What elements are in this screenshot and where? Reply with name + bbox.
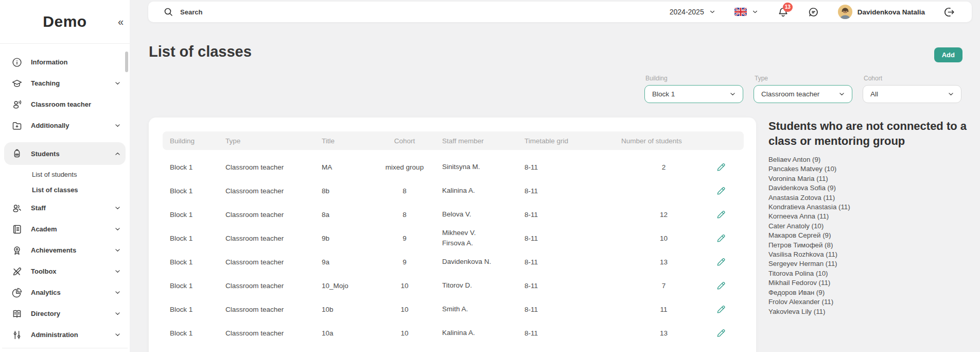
filter-cohort-select[interactable]: All <box>863 85 961 103</box>
unconnected-student: Макаров Сергей (9) <box>768 231 975 240</box>
cell-building: Block 1 <box>170 258 225 266</box>
cell-cohort: 9 <box>367 258 442 266</box>
table-row[interactable]: Block 1Classroom teacher10a10Kalinina A.… <box>170 321 744 345</box>
cell-title: 9a <box>322 258 367 266</box>
analytics-icon <box>11 287 23 298</box>
sidebar-item-additionally[interactable]: Additionally <box>0 115 130 136</box>
sidebar-item-teaching[interactable]: Teaching <box>0 73 130 94</box>
cell-building: Block 1 <box>170 306 225 313</box>
pencil-icon <box>715 186 726 196</box>
unconnected-students-title: Students who are not connected to a clas… <box>768 119 975 148</box>
staff-name: Smith A. <box>442 304 524 314</box>
edit-class-button[interactable] <box>714 256 727 269</box>
sidebar-item-label: Additionally <box>31 122 114 129</box>
cell-title: 10_Mojo <box>322 282 367 290</box>
table-row[interactable]: Block 1Classroom teacherMAmixed groupSin… <box>170 155 744 179</box>
cell-type: Classroom teacher <box>225 258 322 266</box>
selected-value: Block 1 <box>652 90 729 98</box>
chevron-down-icon <box>947 90 955 98</box>
pencil-icon <box>715 162 726 173</box>
unconnected-student: Cater Anatoly (10) <box>768 222 975 231</box>
logout-button[interactable] <box>943 6 955 18</box>
table-row[interactable]: Block 1Classroom teacher10b10Smith A.8-1… <box>170 297 744 321</box>
sidebar-item-administration[interactable]: Administration <box>0 324 130 345</box>
sidebar-item-academ[interactable]: Academ <box>0 219 130 240</box>
sidebar-item-directory[interactable]: Directory <box>0 303 130 324</box>
teaching-icon <box>11 78 23 89</box>
add-button[interactable]: Add <box>934 47 962 62</box>
administration-icon <box>11 329 23 341</box>
unconnected-student: Yakovleva Lily (11) <box>768 307 975 316</box>
chevron-down-icon <box>114 79 121 87</box>
chevron-down-icon <box>114 204 121 212</box>
sidebar-item-staff[interactable]: Staff <box>0 197 130 219</box>
unconnected-student: Titorova Polina (10) <box>768 269 975 278</box>
filter-type-select[interactable]: Classroom teacher <box>754 85 852 103</box>
edit-class-button[interactable] <box>714 232 727 245</box>
sidebar-subitem-list-of-classes[interactable]: List of classes <box>0 182 130 197</box>
cell-title: 10b <box>322 306 367 313</box>
notifications-button[interactable]: 13 <box>777 6 789 18</box>
sidebar-subitem-list-of-students[interactable]: List of students <box>0 166 130 182</box>
user-menu[interactable]: Davidenkova Natalia <box>838 5 925 19</box>
edit-class-button[interactable] <box>714 327 727 340</box>
sidebar: Demo « InformationTeachingClassroom teac… <box>0 0 130 352</box>
edit-class-button[interactable] <box>714 208 727 221</box>
notifications-badge: 13 <box>783 3 793 12</box>
cell-students: 13 <box>621 258 706 266</box>
table-row[interactable]: Block 1Classroom teacher9a9Davidenkova N… <box>170 250 744 274</box>
cell-staff: Smith A. <box>442 304 524 314</box>
staff-icon <box>11 203 23 214</box>
sidebar-item-label: Classroom teacher <box>31 100 121 108</box>
sidebar-item-information[interactable]: Information <box>0 52 130 73</box>
user-name: Davidenkova Natalia <box>857 8 925 16</box>
table-row[interactable]: Block 1Classroom teacher9b9Mikheev V.Fir… <box>170 226 744 250</box>
sidebar-item-students[interactable]: Students <box>4 142 126 165</box>
sidebar-header: Demo « <box>0 0 130 44</box>
cell-type: Classroom teacher <box>225 282 322 290</box>
language-selector[interactable] <box>734 8 759 16</box>
staff-name: Kalinina A. <box>442 328 524 338</box>
table-row[interactable]: Block 1Classroom teacher8a8Belova V.8-11… <box>170 203 744 226</box>
cell-type: Classroom teacher <box>225 163 322 171</box>
filter-building-select[interactable]: Block 1 <box>644 85 743 103</box>
cell-staff: Kalinina A. <box>442 186 524 196</box>
cell-staff: Mikheev V.Firsova A. <box>442 228 524 248</box>
pencil-icon <box>715 233 726 244</box>
sidebar-item-analytics[interactable]: Analytics <box>0 282 130 303</box>
chevron-down-icon <box>114 225 121 233</box>
cell-edit <box>706 279 735 292</box>
sidebar-collapse-button[interactable]: « <box>116 15 126 29</box>
sidebar-scrollbar-thumb[interactable] <box>125 52 128 72</box>
information-icon <box>11 57 23 68</box>
cell-edit <box>706 303 735 316</box>
cell-edit <box>706 161 735 174</box>
achievements-icon <box>11 245 23 256</box>
cell-title: 8a <box>322 211 367 219</box>
edit-class-button[interactable] <box>714 185 727 197</box>
table-body: Block 1Classroom teacherMAmixed groupSin… <box>149 150 756 345</box>
edit-class-button[interactable] <box>714 161 727 174</box>
table-row[interactable]: Block 1Classroom teacher8b8Kalinina A.8-… <box>170 179 744 203</box>
year-selector[interactable]: 2024-2025 <box>670 8 716 16</box>
pencil-icon <box>715 304 726 315</box>
edit-class-button[interactable] <box>714 303 727 316</box>
staff-name: Titorov D. <box>442 280 524 291</box>
messages-button[interactable] <box>808 6 819 18</box>
cell-edit <box>706 256 735 269</box>
cell-edit <box>706 327 735 340</box>
edit-class-button[interactable] <box>714 279 727 292</box>
chevron-up-icon <box>114 150 121 158</box>
filters-row: BuildingBlock 1TypeClassroom teacherCoho… <box>644 75 961 103</box>
cell-building: Block 1 <box>170 163 225 171</box>
sidebar-item-classroom-teacher[interactable]: Classroom teacher <box>0 94 130 115</box>
sidebar-item-toolbox[interactable]: Toolbox <box>0 261 130 282</box>
cell-cohort: 8 <box>367 211 442 219</box>
cell-students: 13 <box>621 329 706 337</box>
sidebar-item-achievements[interactable]: Achievements <box>0 240 130 261</box>
sidebar-item-label: Academ <box>31 225 114 233</box>
cell-staff: Titorov D. <box>442 280 524 291</box>
search-icon <box>163 7 173 17</box>
table-row[interactable]: Block 1Classroom teacher10_Mojo10Titorov… <box>170 274 744 297</box>
search-bar[interactable]: Search <box>148 7 202 17</box>
